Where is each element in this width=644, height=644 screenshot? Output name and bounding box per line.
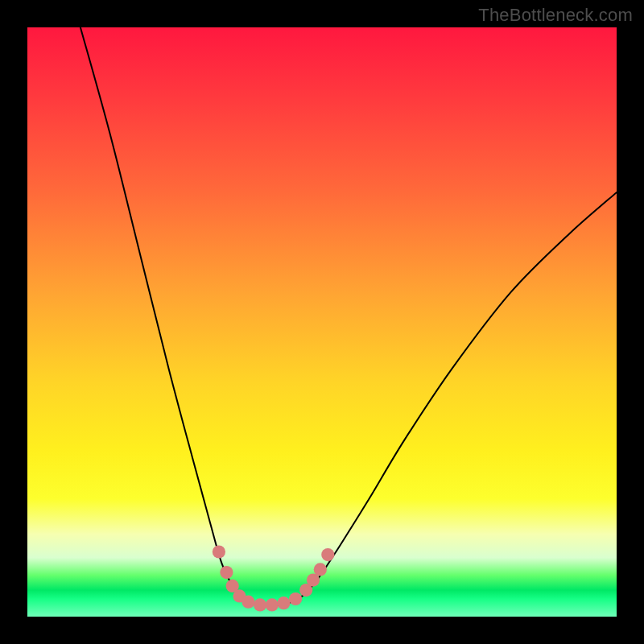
curve-marker	[266, 598, 279, 611]
bottleneck-curve-svg	[27, 27, 617, 617]
chart-frame: TheBottleneck.com	[0, 0, 644, 644]
bottleneck-curve	[80, 27, 617, 605]
curve-markers	[213, 545, 335, 611]
curve-marker	[242, 596, 254, 609]
curve-marker	[289, 592, 302, 605]
curve-marker	[277, 597, 290, 609]
curve-marker	[220, 566, 233, 579]
curve-marker	[314, 563, 327, 576]
curve-marker	[213, 545, 225, 558]
curve-marker	[254, 598, 266, 611]
plot-area	[27, 27, 617, 617]
curve-marker	[307, 574, 320, 587]
curve-marker	[321, 548, 334, 561]
watermark-text: TheBottleneck.com	[478, 5, 633, 26]
